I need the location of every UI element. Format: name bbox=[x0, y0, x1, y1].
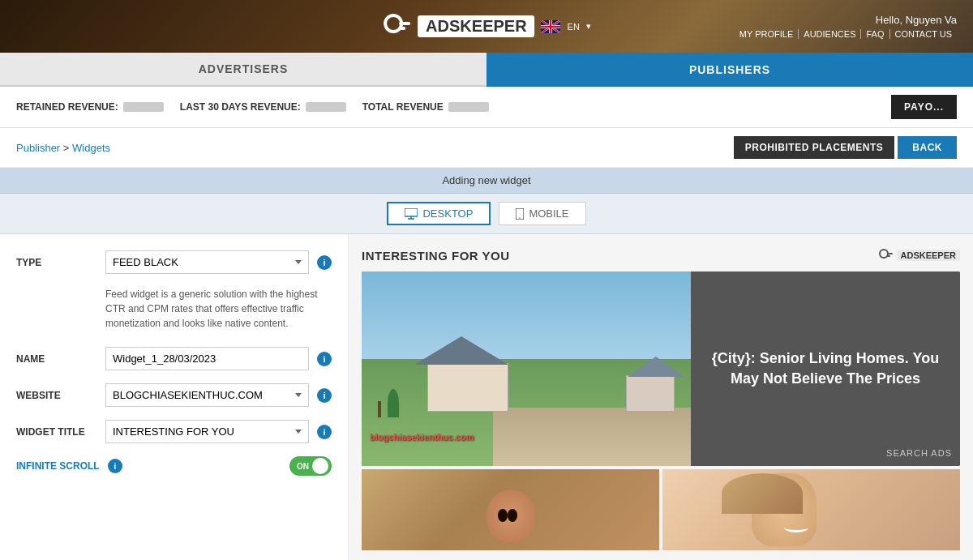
house-body bbox=[427, 363, 508, 412]
preview-logo-text: ADSKEEPER bbox=[897, 250, 960, 261]
preview-title: INTERESTING FOR YOU bbox=[362, 249, 510, 263]
breadcrumb-area: Publisher > Widgets PROHIBITED PLACEMENT… bbox=[0, 128, 973, 168]
widget-title-row: WIDGET TITLE INTERESTING FOR YOU YOU MAY… bbox=[16, 420, 332, 443]
preview-logo-area: ADSKEEPER bbox=[877, 247, 960, 263]
top-header: ADSKEEPER EN ▾ Hello, Nguyen Va MY PROFI… bbox=[0, 0, 973, 53]
svg-point-9 bbox=[880, 250, 888, 258]
nav-my-profile[interactable]: MY PROFILE bbox=[735, 29, 799, 39]
name-info-icon[interactable]: i bbox=[317, 352, 332, 366]
nav-faq[interactable]: FAQ bbox=[861, 29, 889, 39]
ad-card-title: {City}: Senior Living Homes. You May Not… bbox=[703, 348, 948, 389]
name-row: NAME i bbox=[16, 347, 332, 370]
logo-text: ADSKEEPER bbox=[418, 15, 534, 37]
svg-rect-4 bbox=[405, 208, 418, 216]
breadcrumb-widgets[interactable]: Widgets bbox=[72, 142, 110, 154]
ad-card-footer: SEARCH ADS bbox=[886, 448, 952, 458]
thumb-1-bg bbox=[362, 469, 659, 550]
small-house-body bbox=[626, 375, 675, 412]
ad-thumb-2 bbox=[662, 469, 960, 550]
thumb-2-bg bbox=[662, 469, 960, 550]
language-dropdown-icon[interactable]: ▾ bbox=[586, 21, 591, 32]
breadcrumb: Publisher > Widgets bbox=[16, 142, 110, 154]
svg-rect-10 bbox=[887, 253, 893, 254]
language-indicator[interactable]: EN bbox=[568, 22, 580, 32]
logo-area: ADSKEEPER EN ▾ bbox=[382, 12, 591, 41]
smile bbox=[784, 523, 808, 532]
tab-advertisers[interactable]: ADVERTISERS bbox=[0, 53, 486, 87]
back-button[interactable]: BACK bbox=[898, 136, 957, 159]
svg-rect-11 bbox=[887, 255, 890, 257]
infinite-scroll-info-icon[interactable]: i bbox=[108, 459, 122, 473]
infinite-scroll-label: INFINITE SCROLL bbox=[16, 460, 100, 472]
retained-value-blur bbox=[123, 102, 164, 112]
page-title: Adding new widget bbox=[442, 174, 530, 186]
svg-rect-1 bbox=[399, 22, 410, 25]
toggle-on-text: ON bbox=[297, 462, 309, 471]
type-description: Feed widget is a generic solution with t… bbox=[16, 287, 332, 331]
tab-publishers[interactable]: PUBLISHERS bbox=[486, 53, 973, 87]
website-label: WEBSITE bbox=[16, 390, 97, 401]
sky-bg bbox=[362, 271, 691, 359]
tree-1 bbox=[388, 389, 399, 417]
retained-revenue: RETAINED REVENUE: bbox=[16, 101, 164, 113]
prohibited-placements-button[interactable]: PROHIBITED PLACEMENTS bbox=[734, 136, 895, 159]
payout-button[interactable]: PAYO... bbox=[891, 95, 957, 119]
watermark-text: blogchiasekienthuc.com bbox=[370, 432, 474, 442]
widget-title-label: WIDGET TITLE bbox=[16, 426, 97, 438]
website-select[interactable]: BLOGCHIASEKIENTHUC.COM bbox=[105, 383, 309, 407]
ad-thumbnails bbox=[362, 469, 960, 550]
nav-audiences[interactable]: AUDIENCES bbox=[799, 29, 861, 39]
logo-icon bbox=[382, 12, 411, 41]
eye-left bbox=[498, 509, 508, 522]
name-label: NAME bbox=[16, 353, 97, 365]
svg-point-8 bbox=[520, 217, 521, 219]
tab-mobile[interactable]: MOBILE bbox=[499, 202, 585, 225]
preview-logo-icon bbox=[877, 247, 894, 263]
last30-value-blur bbox=[306, 102, 346, 112]
widget-title-select[interactable]: INTERESTING FOR YOU YOU MAY LIKE RECOMME… bbox=[105, 420, 309, 443]
left-panel: TYPE FEED BLACK FEED WHITE NATIVE i Feed… bbox=[0, 234, 349, 560]
total-revenue: TOTAL REVENUE bbox=[362, 101, 489, 113]
nav-contact-us[interactable]: CONTACT US bbox=[890, 29, 958, 39]
name-input[interactable] bbox=[105, 347, 309, 370]
website-row: WEBSITE BLOGCHIASEKIENTHUC.COM i bbox=[16, 383, 332, 407]
tree-trunk-1 bbox=[378, 401, 381, 417]
svg-rect-2 bbox=[399, 27, 405, 30]
infinite-scroll-toggle[interactable]: ON bbox=[289, 456, 332, 476]
top-nav: MY PROFILE AUDIENCES FAQ CONTACT US bbox=[735, 29, 957, 39]
house-roof bbox=[414, 336, 508, 365]
type-select[interactable]: FEED BLACK FEED WHITE NATIVE bbox=[105, 250, 309, 274]
type-info-icon[interactable]: i bbox=[317, 255, 332, 270]
ad-card-main: blogchiasekienthuc.com {City}: Senior Li… bbox=[362, 271, 960, 466]
breadcrumb-actions: PROHIBITED PLACEMENTS BACK bbox=[734, 136, 957, 159]
website-info-icon[interactable]: i bbox=[317, 388, 332, 403]
revenue-bar: RETAINED REVENUE: LAST 30 DAYS REVENUE: … bbox=[0, 87, 973, 128]
widget-title-info-icon[interactable]: i bbox=[317, 425, 332, 439]
device-tabs-bar: DESKTOP MOBILE bbox=[0, 194, 973, 234]
ad-thumb-1 bbox=[362, 469, 659, 550]
toggle-inner[interactable]: ON bbox=[289, 456, 332, 476]
breadcrumb-publisher[interactable]: Publisher bbox=[16, 142, 60, 154]
tab-desktop[interactable]: DESKTOP bbox=[387, 202, 491, 225]
hair-shape bbox=[722, 473, 803, 514]
mobile-icon bbox=[516, 208, 524, 220]
hello-text: Hello, Nguyen Va bbox=[876, 14, 957, 26]
page-title-bar: Adding new widget bbox=[0, 168, 973, 194]
last30-revenue: LAST 30 DAYS REVENUE: bbox=[180, 101, 346, 113]
road-bg bbox=[493, 408, 691, 466]
desktop-icon bbox=[405, 208, 418, 220]
toggle-knob bbox=[312, 458, 328, 474]
content-area: TYPE FEED BLACK FEED WHITE NATIVE i Feed… bbox=[0, 234, 973, 560]
right-panel: INTERESTING FOR YOU ADSKEEPER bbox=[349, 234, 973, 560]
uk-flag-icon[interactable] bbox=[542, 20, 561, 33]
type-label: TYPE bbox=[16, 257, 97, 268]
eye-right bbox=[508, 509, 517, 522]
preview-header: INTERESTING FOR YOU ADSKEEPER bbox=[362, 247, 960, 263]
small-house-roof bbox=[628, 357, 684, 377]
ad-card-text-area: {City}: Senior Living Homes. You May Not… bbox=[691, 271, 960, 466]
breadcrumb-separator: > bbox=[60, 142, 72, 154]
total-value-blur bbox=[448, 102, 489, 112]
infinite-scroll-row: INFINITE SCROLL i ON bbox=[16, 456, 332, 476]
main-tabs: ADVERTISERS PUBLISHERS bbox=[0, 53, 973, 87]
type-row: TYPE FEED BLACK FEED WHITE NATIVE i bbox=[16, 250, 332, 274]
